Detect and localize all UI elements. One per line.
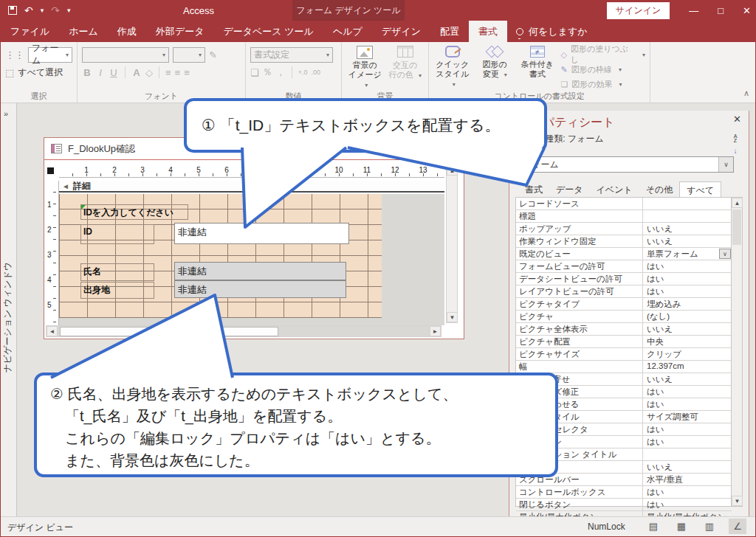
collapse-ribbon-icon[interactable]: ∧	[743, 89, 749, 98]
design-grid[interactable]: IDを入力してください ID 非連結 氏名 非連結 出身地 非連	[59, 194, 382, 318]
property-value[interactable]: ∨	[643, 198, 732, 209]
change-shape-button[interactable]: 図形の 変更 ▾	[475, 46, 513, 80]
horizontal-scrollbar[interactable]: ◄ ►	[46, 325, 441, 337]
property-value[interactable]: はい ∨	[643, 273, 732, 285]
qat-customize-icon[interactable]: ▾	[67, 7, 71, 14]
scroll-left-icon[interactable]: ◄	[47, 326, 58, 336]
scrollbar-thumb[interactable]	[60, 327, 278, 336]
prompt-label-control[interactable]: IDを入力してください	[80, 204, 188, 220]
property-value[interactable]: ∨	[643, 448, 732, 460]
id-label-control[interactable]: ID	[80, 224, 154, 244]
maximize-button[interactable]: □	[718, 5, 724, 16]
property-value[interactable]: はい ∨	[643, 486, 732, 498]
property-tab[interactable]: すべて	[679, 181, 721, 197]
property-value[interactable]: (なし) ∨	[643, 311, 732, 322]
property-row[interactable]: ピクチャ配置 中央 ∨	[516, 336, 732, 348]
scroll-right-icon[interactable]: ►	[430, 326, 441, 336]
property-row[interactable]: データシートビューの許可 はい ∨	[516, 273, 732, 285]
close-icon[interactable]: ✕	[733, 114, 741, 125]
property-value[interactable]: はい ∨	[643, 398, 732, 410]
origin-label-control[interactable]: 出身地	[80, 282, 154, 299]
scroll-down-icon[interactable]: ▼	[732, 496, 743, 506]
property-scrollbar[interactable]: ▲ ▼	[731, 197, 743, 507]
property-row[interactable]: レイアウトビューの許可 はい ∨	[516, 285, 732, 298]
property-value[interactable]: はい ∨	[643, 260, 732, 272]
t-name-textbox[interactable]: 非連結	[174, 262, 346, 280]
property-value[interactable]: 水平/垂直 ∨	[643, 474, 732, 485]
property-value[interactable]: いいえ ∨	[643, 373, 732, 385]
property-value[interactable]: はい ∨	[643, 499, 732, 510]
scroll-up-icon[interactable]: ▲	[732, 198, 743, 208]
select-all-button[interactable]: ⬚ すべて選択	[5, 63, 72, 81]
conditional-formatting-button[interactable]: ≠ 条件付き 書式	[518, 46, 556, 79]
t-origin-textbox[interactable]: 非連結	[174, 280, 346, 298]
name-label-control[interactable]: 氏名	[80, 263, 154, 281]
property-row[interactable]: フォームビューの許可 はい ∨	[516, 260, 732, 273]
property-row[interactable]: ピクチャ全体表示 いいえ ∨	[516, 323, 732, 336]
form-view-button[interactable]: ▤	[645, 519, 662, 534]
navigation-pane[interactable]: » ナビゲーション ウィンドウ	[1, 103, 17, 516]
tell-me-box[interactable]: 何をしますか	[516, 21, 588, 42]
property-value[interactable]: 中央 ∨	[643, 336, 732, 347]
horizontal-ruler[interactable]: 1234567891011121314	[59, 164, 444, 178]
vertical-ruler[interactable]: 12345	[44, 181, 59, 325]
ribbon-tab[interactable]: データベース ツール	[213, 21, 323, 42]
property-value[interactable]: いいえ ∨	[643, 235, 732, 247]
ribbon-tab[interactable]: 配置	[430, 21, 469, 42]
property-value[interactable]: いいえ ∨	[643, 223, 732, 235]
property-value[interactable]: クリップ ∨	[643, 348, 732, 360]
property-value[interactable]: いいえ ∨	[643, 461, 732, 473]
object-selector-combo[interactable]: フォーム ▾	[28, 47, 72, 63]
t-id-textbox[interactable]: 非連結	[174, 223, 349, 244]
property-row[interactable]: レコードソース ∨	[516, 198, 732, 210]
scroll-down-icon[interactable]: ▼	[447, 312, 458, 322]
ribbon-tab[interactable]: ホーム	[59, 21, 108, 42]
property-row[interactable]: 作業ウィンドウ固定 いいえ ∨	[516, 235, 732, 248]
property-value[interactable]: はい ∨	[643, 386, 732, 398]
property-tab[interactable]: 書式	[518, 181, 549, 197]
background-image-button[interactable]: 背景の イメージ ▾	[346, 46, 384, 90]
property-row[interactable]: ピクチャタイプ 埋め込み ∨	[516, 298, 732, 311]
property-row[interactable]: ピクチャサイズ クリップ ∨	[516, 348, 732, 361]
property-value[interactable]: はい ∨	[643, 436, 732, 448]
ribbon-tab[interactable]: 書式	[469, 21, 507, 42]
property-tab[interactable]: その他	[639, 181, 680, 197]
property-value[interactable]: いいえ ∨	[643, 323, 732, 335]
property-value[interactable]: はい ∨	[643, 423, 732, 435]
property-row[interactable]: ピクチャ (なし) ∨	[516, 311, 732, 323]
property-row[interactable]: 閉じるボタン はい ∨	[516, 499, 732, 511]
layout-view-button[interactable]: ▥	[701, 519, 718, 534]
design-view-button[interactable]: ∠	[729, 519, 746, 534]
ribbon-tab[interactable]: 作成	[108, 21, 146, 42]
property-value[interactable]: 12.397cm ∨	[643, 361, 732, 373]
ribbon-tab[interactable]: デザイン	[372, 21, 430, 42]
property-value[interactable]: サイズ調整可 ∨	[643, 411, 732, 423]
sort-az-icon[interactable]: AZ↓	[729, 134, 741, 156]
property-value[interactable]: 単票フォーム ∨	[643, 248, 732, 260]
property-tab[interactable]: データ	[549, 181, 590, 197]
chevron-down-icon[interactable]: ∨	[719, 249, 731, 259]
datasheet-view-button[interactable]: ▦	[673, 519, 690, 534]
property-value[interactable]: 埋め込み ∨	[643, 298, 732, 310]
quick-styles-button[interactable]: クイック スタイル ▾	[433, 46, 471, 89]
undo-icon[interactable]: ↶	[24, 4, 33, 16]
close-button[interactable]: ✕	[743, 5, 751, 16]
signin-button[interactable]: サインイン	[607, 2, 670, 19]
chevron-down-icon[interactable]: ∨	[718, 157, 733, 172]
ribbon-tab[interactable]: ヘルプ	[323, 21, 372, 42]
detail-section-bar[interactable]: ◄ 詳細	[59, 181, 444, 193]
property-tab[interactable]: イベント	[590, 181, 639, 197]
ribbon-tab[interactable]: ファイル	[1, 21, 59, 42]
property-value[interactable]: はい ∨	[643, 285, 732, 297]
property-row[interactable]: 幅 12.397cm ∨	[516, 361, 732, 373]
property-value[interactable]: ∨	[643, 210, 732, 222]
ribbon-tab[interactable]: 外部データ	[146, 21, 214, 42]
undo-dropdown-icon[interactable]: ▾	[41, 7, 44, 14]
save-icon[interactable]	[8, 6, 17, 15]
form-selector-box[interactable]	[47, 167, 54, 174]
minimize-button[interactable]: —	[689, 5, 698, 16]
property-row[interactable]: コントロールボックス はい ∨	[516, 486, 732, 499]
object-combo[interactable]: フォーム ∨	[518, 156, 734, 173]
scroll-up-icon[interactable]: ▲	[447, 165, 458, 176]
vertical-scrollbar[interactable]: ▲ ▼	[446, 164, 458, 323]
